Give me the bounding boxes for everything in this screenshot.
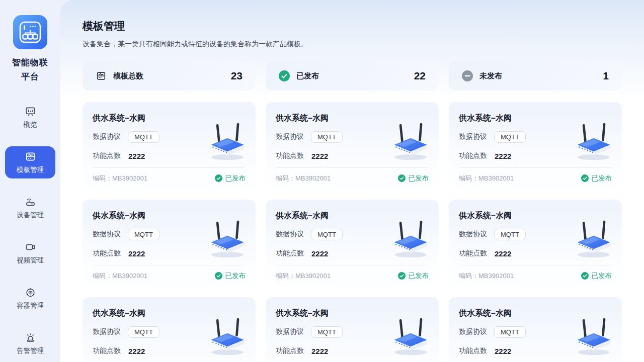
points-label: 功能点数 — [276, 249, 304, 258]
points-value: 2222 — [495, 152, 511, 160]
protocol-label: 数据协议 — [459, 230, 487, 239]
points-label: 功能点数 — [93, 346, 121, 355]
check-circle-icon — [215, 272, 222, 280]
status-badge: 已发布 — [581, 272, 612, 281]
protocol-badge: MQTT — [128, 131, 159, 143]
protocol-label: 数据协议 — [276, 230, 304, 239]
sidebar-item-device[interactable]: 设备管理 — [5, 192, 55, 224]
stats-row: 模板总数 23 已发布 22 未发布 1 — [83, 61, 622, 90]
template-card[interactable]: 供水系统–水阀 数据协议 MQTT 功能点数 2222 编码：MB3902001… — [83, 297, 256, 362]
stat-value: 22 — [414, 70, 426, 82]
stat-value: 1 — [603, 70, 609, 82]
protocol-badge: MQTT — [494, 229, 526, 240]
status-badge: 已发布 — [398, 272, 429, 281]
check-circle-icon — [581, 174, 589, 182]
sidebar-item-video[interactable]: 视频管理 — [5, 237, 55, 269]
points-value: 2222 — [495, 249, 511, 258]
alarm-icon — [25, 332, 36, 343]
page-title: 模板管理 — [83, 20, 622, 32]
status-label: 已发布 — [225, 272, 246, 281]
minus-circle-icon — [462, 70, 473, 81]
sidebar-item-label: 视频管理 — [17, 256, 44, 265]
template-card[interactable]: 供水系统–水阀 数据协议 MQTT 功能点数 2222 编码：MB3902001… — [266, 102, 439, 189]
container-icon — [25, 287, 36, 298]
overview-icon — [25, 106, 36, 117]
stat-label: 模板总数 — [113, 71, 143, 81]
sidebar-item-label: 告警管理 — [17, 346, 44, 355]
template-card[interactable]: 供水系统–水阀 数据协议 MQTT 功能点数 2222 编码：MB3902001… — [266, 297, 439, 362]
sidebar-item-template[interactable]: 模板管理 — [5, 146, 55, 178]
template-card[interactable]: 供水系统–水阀 数据协议 MQTT 功能点数 2222 编码：MB3902001… — [266, 200, 439, 286]
template-icon — [25, 151, 36, 162]
points-label: 功能点数 — [459, 249, 487, 258]
sidebar-item-container[interactable]: 容器管理 — [5, 282, 55, 314]
router-image — [571, 120, 615, 162]
check-circle-icon — [398, 174, 406, 182]
template-card-footer: 编码：MB3902001 已发布 — [93, 265, 246, 286]
protocol-label: 数据协议 — [276, 327, 304, 336]
router-image — [387, 315, 432, 357]
template-code: 编码：MB3902001 — [276, 272, 331, 281]
protocol-badge: MQTT — [494, 326, 526, 338]
sidebar-item-overview[interactable]: 概览 — [5, 101, 55, 133]
points-value: 2222 — [311, 249, 328, 258]
status-label: 已发布 — [592, 272, 612, 281]
router-image — [571, 218, 615, 260]
router-image — [387, 218, 432, 260]
app-title: 智能物联 平台 — [12, 56, 48, 83]
protocol-label: 数据协议 — [93, 132, 121, 141]
status-label: 已发布 — [225, 174, 246, 183]
points-label: 功能点数 — [93, 249, 121, 258]
template-card[interactable]: 供水系统–水阀 数据协议 MQTT 功能点数 2222 编码：MB3902001… — [83, 102, 256, 189]
sidebar-item-label: 容器管理 — [17, 301, 44, 310]
template-card[interactable]: 供水系统–水阀 数据协议 MQTT 功能点数 2222 编码：MB3902001… — [449, 102, 622, 189]
app-logo-icon — [13, 15, 47, 49]
router-image — [204, 315, 249, 357]
check-circle-icon — [279, 70, 290, 81]
points-label: 功能点数 — [276, 346, 304, 355]
template-card[interactable]: 供水系统–水阀 数据协议 MQTT 功能点数 2222 编码：MB3902001… — [449, 297, 622, 362]
protocol-badge: MQTT — [128, 229, 159, 240]
protocol-label: 数据协议 — [93, 327, 121, 336]
check-circle-icon — [398, 272, 406, 280]
template-card-footer: 编码：MB3902001 已发布 — [276, 167, 429, 189]
protocol-label: 数据协议 — [276, 132, 304, 141]
points-value: 2222 — [128, 152, 145, 160]
points-label: 功能点数 — [459, 346, 487, 355]
status-badge: 已发布 — [215, 272, 246, 281]
protocol-label: 数据协议 — [459, 132, 487, 141]
protocol-badge: MQTT — [311, 229, 343, 240]
status-badge: 已发布 — [398, 174, 429, 183]
stat-card-unpublished: 未发布 1 — [449, 61, 622, 90]
template-code: 编码：MB3902001 — [93, 272, 147, 281]
video-icon — [25, 241, 36, 253]
app-window: 智能物联 平台 概览 模板管理 — [0, 0, 644, 362]
sidebar-nav: 概览 模板管理 — [5, 101, 55, 359]
protocol-badge: MQTT — [311, 131, 343, 143]
status-label: 已发布 — [409, 272, 429, 281]
page-subtitle: 设备集合，某一类具有相同能力或特征的设备的集合称为一款产品模板。 — [83, 40, 622, 48]
points-value: 2222 — [495, 347, 511, 355]
template-grid: 供水系统–水阀 数据协议 MQTT 功能点数 2222 编码：MB3902001… — [83, 102, 622, 362]
sidebar-item-label: 设备管理 — [17, 211, 44, 220]
stat-label: 已发布 — [296, 71, 319, 81]
template-code: 编码：MB3902001 — [459, 174, 514, 183]
points-value: 2222 — [311, 152, 328, 160]
stat-card-published: 已发布 22 — [266, 61, 439, 90]
stat-card-total: 模板总数 23 — [83, 61, 256, 90]
template-card[interactable]: 供水系统–水阀 数据协议 MQTT 功能点数 2222 编码：MB3902001… — [83, 200, 256, 286]
template-card[interactable]: 供水系统–水阀 数据协议 MQTT 功能点数 2222 编码：MB3902001… — [449, 200, 622, 286]
template-card-footer: 编码：MB3902001 已发布 — [459, 265, 612, 286]
status-badge: 已发布 — [215, 174, 246, 183]
points-label: 功能点数 — [459, 151, 487, 160]
router-image — [387, 120, 432, 162]
protocol-badge: MQTT — [311, 326, 343, 338]
template-card-footer: 编码：MB3902001 已发布 — [93, 167, 246, 189]
sidebar: 智能物联 平台 概览 模板管理 — [0, 0, 60, 362]
protocol-badge: MQTT — [128, 326, 159, 338]
protocol-badge: MQTT — [494, 131, 526, 143]
template-card-footer: 编码：MB3902001 已发布 — [459, 167, 612, 189]
stat-value: 23 — [231, 70, 243, 82]
sidebar-item-alarm[interactable]: 告警管理 — [5, 327, 55, 359]
status-label: 已发布 — [409, 174, 429, 183]
